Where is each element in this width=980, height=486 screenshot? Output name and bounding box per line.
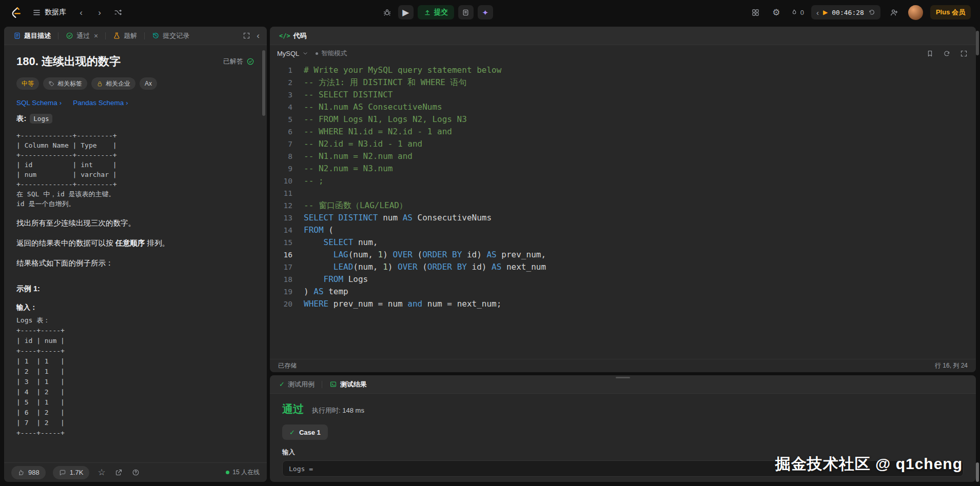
comment-icon [59, 469, 66, 476]
problem-panel-tabs: 题目描述 通过 × 题解 [4, 27, 267, 45]
tab-test-result-label: 测试结果 [340, 380, 367, 389]
chevron-right-icon: › [126, 99, 128, 106]
panel-resize-handle[interactable] [616, 377, 630, 378]
notes-button[interactable] [458, 5, 474, 19]
tab-solutions[interactable]: 题解 [110, 29, 140, 43]
code-line[interactable]: 10-- ; [270, 175, 976, 187]
timer-widget[interactable]: ‹ ▶ 00:46:28 [811, 5, 880, 19]
tab-accepted-result[interactable]: 通过 × [63, 29, 101, 43]
submit-button[interactable]: 提交 [418, 5, 454, 19]
window-scrollbar-thumb-top[interactable] [976, 31, 979, 55]
related-companies-badge[interactable]: 相关企业 [91, 77, 135, 90]
bookmark-button[interactable] [925, 49, 935, 58]
code-text: -- N2.id = N3.id - 1 and [292, 138, 422, 150]
reset-code-button[interactable] [942, 49, 952, 58]
plus-membership-button[interactable]: Plus 会员 [930, 5, 971, 19]
online-users: 15 人在线 [226, 468, 260, 477]
code-line[interactable]: 16 LAG(num, 1) OVER (ORDER BY id) AS pre… [270, 249, 976, 261]
close-tab-icon[interactable]: × [94, 32, 98, 40]
window-scrollbar-thumb-bottom[interactable] [976, 462, 979, 482]
like-count: 988 [28, 469, 40, 476]
code-line[interactable]: 1# Write your MySQL query statement belo… [270, 64, 976, 76]
code-line[interactable]: 14FROM ( [270, 224, 976, 236]
settings-button[interactable]: ⚙ [770, 6, 783, 19]
case-1-button[interactable]: ✓ Case 1 [282, 424, 328, 440]
maximize-editor-button[interactable] [959, 49, 969, 58]
ai-assistant-button[interactable]: ✦ [478, 5, 493, 19]
invite-user-button[interactable] [888, 6, 901, 19]
problem-list-button[interactable]: 数据库 [29, 5, 69, 20]
line-number: 14 [270, 224, 292, 236]
line-number: 6 [270, 126, 292, 138]
favorite-star-button[interactable]: ☆ [96, 467, 106, 478]
share-button[interactable] [114, 468, 124, 477]
next-question-button[interactable]: › [93, 6, 106, 19]
code-line[interactable]: 3-- SELECT DISTINCT [270, 89, 976, 101]
save-status: 已存储 [278, 361, 297, 370]
code-text: LAG(num, 1) OVER (ORDER BY id) AS prev_n… [292, 249, 546, 261]
code-line[interactable]: 20WHERE prev_num = num and num = next_nu… [270, 298, 976, 310]
code-line[interactable]: 8-- N1.num = N2.num and [270, 150, 976, 163]
hint-badge[interactable]: Ax [140, 77, 157, 90]
comments-button[interactable]: 1.7K [53, 466, 90, 479]
schema-links: SQL Schema › Pandas Schema › [16, 99, 254, 107]
code-line[interactable]: 17 LEAD(num, 1) OVER (ORDER BY id) AS ne… [270, 261, 976, 273]
random-question-button[interactable] [111, 6, 125, 19]
debug-button[interactable] [381, 6, 394, 19]
divider [322, 381, 322, 388]
code-line[interactable]: 5-- FROM Logs N1, Logs N2, Logs N3 [270, 113, 976, 126]
code-line[interactable]: 12-- 窗口函数（LAG/LEAD） [270, 199, 976, 212]
solved-check-icon [246, 57, 254, 66]
user-avatar[interactable] [908, 5, 923, 20]
leetcode-logo-icon[interactable] [9, 6, 22, 19]
collapse-panel-button[interactable]: ‹ [256, 30, 261, 41]
difficulty-badge[interactable]: 中等 [16, 77, 39, 90]
code-line[interactable]: 2-- 方法1: 用 DISTINCT 和 WHERE 语句 [270, 76, 976, 89]
run-button[interactable]: ▶ [398, 5, 414, 19]
play-icon: ▶ [402, 8, 409, 17]
code-line[interactable]: 13SELECT DISTINCT num AS ConsecutiveNums [270, 212, 976, 224]
problem-panel-footer: 988 1.7K ☆ [4, 462, 267, 482]
schema-ascii-table: +-------------+---------+ | Column Name … [16, 131, 254, 209]
daily-streak[interactable]: 0 [790, 9, 804, 16]
tab-testcases[interactable]: ✓ 测试用例 [276, 378, 318, 391]
code-line[interactable]: 4-- N1.num AS ConsecutiveNums [270, 101, 976, 113]
chevron-down-icon [302, 50, 308, 56]
case-1-label: Case 1 [299, 429, 321, 436]
code-text: # Write your MySQL query statement below [292, 64, 501, 76]
help-button[interactable] [131, 468, 141, 477]
tab-submissions[interactable]: 提交记录 [149, 29, 192, 43]
layout-button[interactable] [749, 6, 762, 19]
streak-count: 0 [800, 9, 804, 16]
tab-code[interactable]: </> 代码 [276, 29, 310, 43]
tab-description[interactable]: 题目描述 [10, 29, 54, 43]
code-text: -- N2.num = N3.num [292, 163, 393, 175]
code-line[interactable]: 6-- WHERE N1.id = N2.id - 1 and [270, 126, 976, 138]
fullscreen-button[interactable] [242, 31, 251, 40]
mode-dot-icon [316, 52, 318, 55]
code-line[interactable]: 7-- N2.id = N3.id - 1 and [270, 138, 976, 150]
code-text: SELECT DISTINCT num AS ConsecutiveNums [292, 212, 492, 224]
pandas-schema-link[interactable]: Pandas Schema › [73, 99, 128, 107]
like-button[interactable]: 988 [11, 466, 46, 479]
code-editor[interactable]: 1# Write your MySQL query statement belo… [270, 61, 976, 359]
table-label: 表: [16, 114, 26, 124]
language-select[interactable]: MySQL [277, 50, 308, 57]
line-number: 5 [270, 113, 292, 126]
code-line[interactable]: 15 SELECT num, [270, 236, 976, 249]
related-tags-badge[interactable]: 相关标签 [43, 77, 87, 90]
sql-schema-link[interactable]: SQL Schema › [16, 99, 62, 107]
online-dot-icon [226, 471, 229, 474]
smart-mode[interactable]: 智能模式 [316, 49, 347, 58]
code-line[interactable]: 9-- N2.num = N3.num [270, 163, 976, 175]
code-panel-tabs: </> 代码 [270, 27, 976, 45]
tab-test-result[interactable]: 测试结果 [326, 378, 370, 391]
code-line[interactable]: 18 FROM Logs [270, 273, 976, 286]
problem-panel-scrollbar[interactable] [262, 50, 265, 116]
topbar-right: ⚙ 0 ‹ ▶ 00:46:28 [749, 5, 971, 20]
code-line[interactable]: 19) AS temp [270, 286, 976, 298]
lock-icon [96, 80, 103, 87]
thumbs-up-icon [17, 469, 25, 476]
code-line[interactable]: 11 [270, 187, 976, 199]
prev-question-button[interactable]: ‹ [74, 6, 88, 19]
